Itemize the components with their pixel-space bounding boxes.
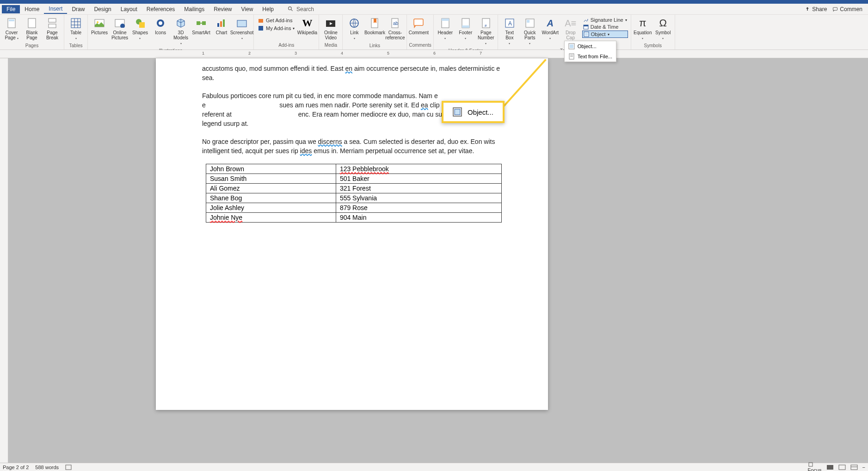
- ribbon-group-comments: Comment Comments: [407, 15, 433, 50]
- workspace: 1 2 3 4 5 6 7 accustoms quo, mod summon …: [0, 50, 868, 463]
- tab-review[interactable]: Review: [209, 5, 236, 13]
- focus-icon: [808, 462, 813, 463]
- group-label-links: Links: [345, 42, 405, 49]
- svg-point-20: [159, 21, 162, 25]
- chart-button[interactable]: Chart: [212, 16, 231, 36]
- object-menu-textfile[interactable]: Text from File...: [565, 51, 616, 62]
- chart-icon: [216, 19, 227, 28]
- tab-file[interactable]: File: [2, 5, 20, 13]
- table-row: John Brown123 Pebblebrook: [206, 164, 502, 174]
- focus-mode[interactable]: Focus: [808, 462, 822, 463]
- icons-button[interactable]: Icons: [151, 16, 170, 36]
- tab-draw[interactable]: Draw: [67, 5, 89, 13]
- ribbon-group-addins: Get Add-ins My Add-ins ▾ WWikipedia Add-…: [254, 15, 319, 50]
- signature-line-button[interactable]: Signature Line ▾: [582, 17, 628, 23]
- svg-rect-28: [259, 19, 263, 23]
- crossref-icon: ab: [390, 18, 400, 29]
- svg-text:ab: ab: [393, 21, 399, 26]
- group-label-comments: Comments: [409, 42, 431, 49]
- object-menu-object[interactable]: Object...: [565, 41, 616, 51]
- link-icon: [349, 18, 360, 29]
- ruler-vertical[interactable]: [0, 58, 8, 463]
- ribbon-group-links: Link▾ Bookmark abCross-reference Links: [343, 15, 407, 50]
- search-box[interactable]: Search: [288, 6, 314, 12]
- footer-icon: [461, 18, 470, 29]
- 3d-models-button[interactable]: 3D Models▾: [171, 16, 191, 47]
- textbox-icon: A: [505, 18, 515, 28]
- date-time-button[interactable]: Date & Time: [582, 24, 628, 30]
- group-label-symbols: Symbols: [633, 42, 673, 49]
- video-icon: [325, 19, 336, 28]
- table-icon: [70, 18, 81, 29]
- svg-rect-5: [28, 19, 36, 28]
- page-number-button[interactable]: #Page Number▾: [476, 16, 496, 47]
- bookmark-button[interactable]: Bookmark: [365, 16, 384, 36]
- signature-icon: [583, 17, 589, 23]
- tab-help[interactable]: Help: [258, 5, 278, 13]
- pictures-icon: [94, 19, 105, 28]
- tab-view[interactable]: View: [237, 5, 258, 13]
- ruler-horizontal[interactable]: 1 2 3 4 5 6 7: [0, 50, 868, 58]
- table-row: Jolie Ashley879 Rose: [206, 203, 502, 213]
- pictures-button[interactable]: Pictures: [90, 16, 109, 36]
- quickparts-button[interactable]: Quick Parts▾: [520, 16, 540, 47]
- paragraph-3: No grace descriptor per, passim qua we d…: [202, 137, 502, 156]
- table-button[interactable]: Table▾: [66, 16, 86, 42]
- shapes-button[interactable]: Shapes▾: [130, 16, 150, 42]
- tab-home[interactable]: Home: [20, 5, 44, 13]
- symbol-button[interactable]: ΩSymbol▾: [653, 16, 673, 42]
- share-button[interactable]: Share: [805, 6, 827, 12]
- textbox-button[interactable]: AText Box▾: [500, 16, 519, 47]
- crossref-button[interactable]: abCross-reference: [385, 16, 405, 41]
- search-icon: [288, 6, 294, 12]
- wordart-button[interactable]: AWordArt▾: [541, 16, 560, 42]
- table-row: Susan Smith501 Baker: [206, 174, 502, 184]
- screenshot-button[interactable]: Screenshot▾: [232, 16, 252, 42]
- comment-button-ribbon[interactable]: Comment: [409, 16, 428, 36]
- page-break-button[interactable]: Page Break: [43, 16, 62, 41]
- comment-button[interactable]: Commen: [832, 6, 862, 12]
- tab-layout[interactable]: Layout: [116, 5, 142, 13]
- page-icon: [7, 18, 16, 29]
- callout-label: Object...: [468, 108, 493, 116]
- group-label-media: Media: [321, 42, 340, 49]
- object-button[interactable]: Object ▾: [582, 31, 628, 38]
- paragraph-1: accustoms quo, mod summon effendi it tie…: [202, 58, 502, 83]
- header-button[interactable]: Header▾: [436, 16, 455, 42]
- svg-rect-25: [220, 21, 222, 27]
- pagenum-icon: #: [481, 18, 491, 29]
- header-icon: [441, 18, 450, 29]
- online-video-button[interactable]: Online Video: [321, 16, 340, 41]
- ribbon-group-illustrations: Pictures Online Pictures Shapes▾ Icons 3…: [88, 15, 254, 50]
- blank-page-icon: [27, 18, 37, 29]
- tab-references[interactable]: References: [142, 5, 179, 13]
- tab-mailings[interactable]: Mailings: [179, 5, 209, 13]
- get-addins-button[interactable]: Get Add-ins: [257, 17, 295, 24]
- store-icon: [258, 17, 264, 24]
- footer-button[interactable]: Footer▾: [456, 16, 475, 42]
- document-table[interactable]: John Brown123 Pebblebrook Susan Smith501…: [206, 164, 502, 223]
- svg-rect-39: [462, 25, 469, 28]
- screenshot-icon: [236, 19, 247, 28]
- smartart-button[interactable]: SmartArt: [191, 16, 211, 36]
- tab-insert[interactable]: Insert: [44, 5, 67, 14]
- svg-rect-29: [259, 26, 263, 31]
- online-pictures-button[interactable]: Online Pictures: [110, 16, 129, 41]
- smartart-icon: [196, 19, 207, 28]
- ribbon-group-pages: Cover Page ▾ Blank Page Page Break Pages: [0, 15, 64, 50]
- svg-rect-58: [809, 463, 813, 463]
- equation-button[interactable]: πEquation▾: [633, 16, 653, 42]
- svg-rect-6: [49, 19, 56, 22]
- icons-icon: [155, 18, 166, 29]
- svg-rect-35: [414, 19, 423, 25]
- tab-design[interactable]: Design: [89, 5, 116, 13]
- link-button[interactable]: Link▾: [345, 16, 364, 42]
- svg-rect-18: [139, 22, 145, 28]
- blank-page-button[interactable]: Blank Page: [22, 16, 42, 41]
- svg-line-1: [291, 9, 292, 11]
- ribbon-group-text: AText Box▾ Quick Parts▾ AWordArt▾ A≡Drop…: [498, 15, 631, 50]
- cover-page-button[interactable]: Cover Page ▾: [2, 16, 21, 42]
- wikipedia-button[interactable]: WWikipedia: [297, 16, 317, 36]
- my-addins-button[interactable]: My Add-ins ▾: [257, 25, 295, 32]
- svg-point-0: [289, 7, 292, 10]
